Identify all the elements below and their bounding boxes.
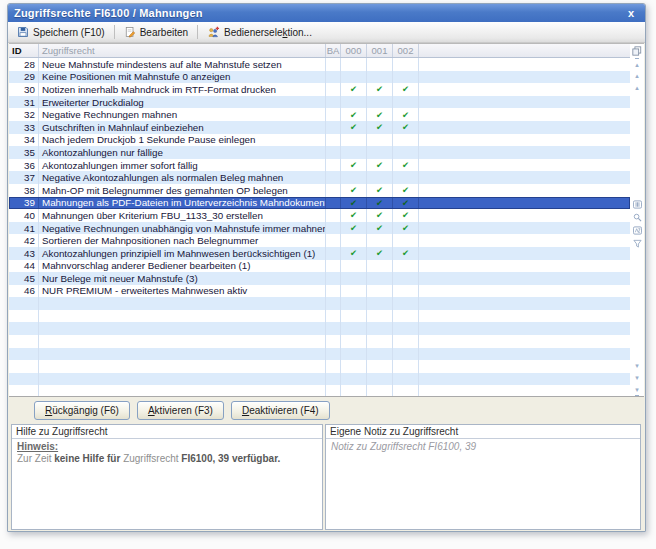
cell-zugriffsrecht: Akontozahlungen nur fällige bbox=[39, 146, 326, 159]
activate-button[interactable]: Aktivieren (F3) bbox=[137, 401, 224, 420]
table-row[interactable]: 37Negative Akontozahlungen als normalen … bbox=[9, 171, 630, 184]
table-row-empty[interactable] bbox=[9, 297, 630, 310]
cell-check-empty bbox=[367, 310, 393, 323]
cell-zugriffsrecht: Sortieren der Mahnpositionen nach Belegn… bbox=[39, 234, 326, 247]
deactivate-button[interactable]: Deaktivieren (F4) bbox=[231, 401, 330, 420]
cell-check-empty bbox=[367, 260, 393, 273]
cell-check-empty bbox=[341, 272, 367, 285]
cell-ba bbox=[326, 335, 341, 348]
cell-id: 32 bbox=[9, 108, 39, 121]
filter-icon[interactable] bbox=[633, 237, 642, 250]
table-row[interactable]: 46NUR PREMIUM - erweitertes Mahnwesen ak… bbox=[9, 285, 630, 298]
column-header-filler bbox=[419, 44, 630, 57]
edit-button[interactable]: Bearbeiten bbox=[119, 24, 193, 40]
column-header-zugriffsrecht[interactable]: Zugriffsrecht bbox=[39, 44, 326, 57]
title-bar[interactable]: Zugriffsrechte FI6100 / Mahnungen x bbox=[8, 4, 645, 22]
table-row[interactable]: 36Akontozahlungen immer sofort fällig✔✔✔ bbox=[9, 159, 630, 172]
scroll-to-top-icon[interactable]: ▴ bbox=[635, 58, 639, 70]
cell-zugriffsrecht bbox=[39, 373, 326, 386]
cell-filler bbox=[419, 58, 630, 71]
column-header-002[interactable]: 002 bbox=[393, 44, 419, 57]
cell-check-empty bbox=[341, 260, 367, 273]
column-header-id[interactable]: ID bbox=[9, 44, 39, 57]
toolbar-separator bbox=[114, 25, 115, 39]
cell-check-empty bbox=[393, 146, 419, 159]
cell-ba bbox=[326, 285, 341, 298]
cell-check-empty bbox=[367, 322, 393, 335]
access-rights-grid: ID Zugriffsrecht BA 000 001 002 28Neue M… bbox=[9, 43, 644, 397]
cell-id: 30 bbox=[9, 83, 39, 96]
table-row[interactable]: 41Negative Rechnungen unabhängig von Mah… bbox=[9, 222, 630, 235]
cell-check-empty bbox=[367, 335, 393, 348]
cell-zugriffsrecht: Akontozahlungen prinzipiell im Mahnwesen… bbox=[39, 247, 326, 260]
cell-check-empty bbox=[367, 58, 393, 71]
cell-check-empty bbox=[367, 96, 393, 109]
help-panel: Hilfe zu Zugriffsrecht Hinweis: Zur Zeit… bbox=[11, 424, 323, 530]
check-icon: ✔ bbox=[367, 222, 393, 235]
scroll-up-icon[interactable]: ▴ bbox=[635, 82, 639, 94]
check-icon: ✔ bbox=[393, 159, 419, 172]
table-row[interactable]: 30Notizen innerhalb Mahndruck im RTF-For… bbox=[9, 83, 630, 96]
page-down-icon[interactable]: ▾ bbox=[635, 372, 639, 384]
scroll-down-icon[interactable]: ▾ bbox=[635, 360, 639, 372]
cell-id: 37 bbox=[9, 171, 39, 184]
table-row[interactable]: 45Nur Belege mit neuer Mahnstufe (3) bbox=[9, 272, 630, 285]
column-width-icon[interactable] bbox=[633, 198, 642, 211]
cell-check-empty bbox=[367, 71, 393, 84]
table-row-empty[interactable] bbox=[9, 335, 630, 348]
copy-icon[interactable] bbox=[632, 44, 642, 58]
table-row[interactable]: 34Nach jedem Druckjob 1 Sekunde Pause ei… bbox=[9, 134, 630, 147]
cell-zugriffsrecht bbox=[39, 385, 326, 397]
table-row-empty[interactable] bbox=[9, 348, 630, 361]
table-row-empty[interactable] bbox=[9, 360, 630, 373]
table-row[interactable]: 43Akontozahlungen prinzipiell im Mahnwes… bbox=[9, 247, 630, 260]
cell-check-empty bbox=[367, 348, 393, 361]
page-up-icon[interactable]: ▴ bbox=[635, 70, 639, 82]
cell-check-empty bbox=[341, 234, 367, 247]
undo-button[interactable]: Rückgängig (F6) bbox=[34, 401, 130, 420]
cell-check-empty bbox=[393, 373, 419, 386]
cell-ba bbox=[326, 108, 341, 121]
column-header-000[interactable]: 000 bbox=[341, 44, 367, 57]
scroll-to-bottom-icon[interactable]: ▾ bbox=[635, 384, 639, 396]
column-header-001[interactable]: 001 bbox=[367, 44, 393, 57]
note-text[interactable]: Notiz zu Zugriffsrecht FI6100, 39 bbox=[326, 439, 640, 529]
cell-check-empty bbox=[341, 171, 367, 184]
cell-check-empty bbox=[367, 373, 393, 386]
check-icon: ✔ bbox=[341, 197, 367, 210]
table-row[interactable]: 32Negative Rechnungen mahnen✔✔✔ bbox=[9, 108, 630, 121]
table-row-empty[interactable] bbox=[9, 373, 630, 386]
close-icon[interactable]: x bbox=[623, 7, 639, 19]
cell-filler bbox=[419, 108, 630, 121]
cell-filler bbox=[419, 348, 630, 361]
cell-id: 38 bbox=[9, 184, 39, 197]
cell-check-empty bbox=[341, 310, 367, 323]
sort-icon[interactable] bbox=[633, 224, 642, 237]
check-icon: ✔ bbox=[341, 184, 367, 197]
cell-ba bbox=[326, 197, 341, 210]
table-row[interactable]: 44Mahnvorschlag anderer Bediener bearbei… bbox=[9, 260, 630, 273]
table-row[interactable]: 35Akontozahlungen nur fällige bbox=[9, 146, 630, 159]
table-row[interactable]: 39Mahnungen als PDF-Dateien im Unterverz… bbox=[9, 197, 630, 210]
cell-filler bbox=[419, 310, 630, 323]
table-row[interactable]: 29Keine Positionen mit Mahnstufe 0 anzei… bbox=[9, 71, 630, 84]
cell-zugriffsrecht: Mahnungen als PDF-Dateien im Unterverzei… bbox=[39, 197, 326, 210]
users-icon bbox=[207, 26, 220, 38]
table-row-empty[interactable] bbox=[9, 322, 630, 335]
check-icon: ✔ bbox=[393, 209, 419, 222]
save-button[interactable]: Speichern (F10) bbox=[12, 24, 110, 40]
column-header-ba[interactable]: BA bbox=[326, 44, 341, 57]
table-row[interactable]: 28Neue Mahnstufe mindestens auf alte Mah… bbox=[9, 58, 630, 71]
table-row-empty[interactable] bbox=[9, 310, 630, 323]
table-row[interactable]: 42Sortieren der Mahnpositionen nach Bele… bbox=[9, 234, 630, 247]
table-row[interactable]: 31Erweiterter Druckdialog bbox=[9, 96, 630, 109]
check-icon: ✔ bbox=[367, 159, 393, 172]
table-row-empty[interactable] bbox=[9, 385, 630, 397]
cell-check-empty bbox=[367, 360, 393, 373]
table-row[interactable]: 40Mahnungen über Kriterium FBU_1133_30 e… bbox=[9, 209, 630, 222]
operator-selection-button[interactable]: Bedienerselektion... bbox=[202, 24, 317, 40]
search-icon[interactable] bbox=[633, 211, 642, 224]
table-row[interactable]: 38Mahn-OP mit Belegnummer des gemahnten … bbox=[9, 184, 630, 197]
table-row[interactable]: 33Gutschriften in Mahnlauf einbeziehen✔✔… bbox=[9, 121, 630, 134]
cell-filler bbox=[419, 247, 630, 260]
